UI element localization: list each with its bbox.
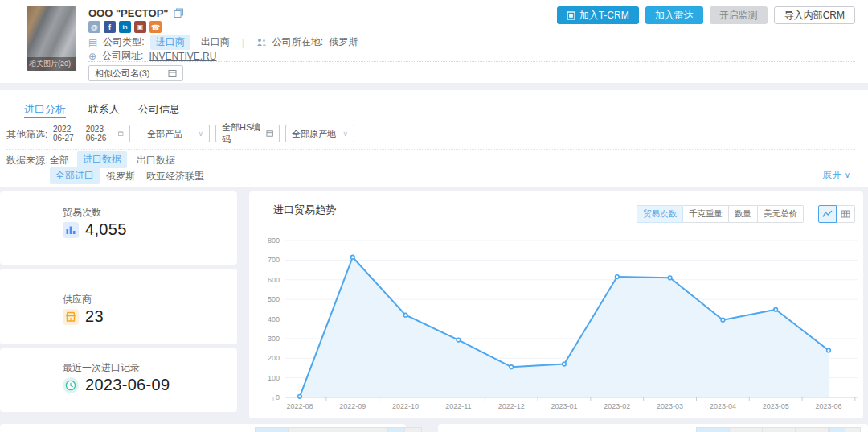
similar-companies-label: 相似公司名(3) xyxy=(95,68,149,80)
related-images-caption: 相关图片(20) xyxy=(27,57,76,71)
source-import-data[interactable]: 进口数据 xyxy=(77,151,127,168)
svg-text:2022-09: 2022-09 xyxy=(339,402,366,410)
stat-label: 贸易次数 xyxy=(63,206,101,220)
location-label: 公司所在地: xyxy=(272,35,323,49)
svg-text:2022-08: 2022-08 xyxy=(286,402,313,410)
instagram-icon[interactable]: ▣ xyxy=(134,21,146,33)
svg-text:700: 700 xyxy=(268,256,280,264)
chart-title: 进口贸易趋势 xyxy=(273,203,336,217)
partial-toggle-group[interactable] xyxy=(255,427,387,432)
active-tab-underline xyxy=(24,117,66,118)
svg-text:500: 500 xyxy=(268,295,280,303)
company-type-icon: ▤ xyxy=(88,37,97,48)
website-link[interactable]: INVENTIVE.RU xyxy=(149,51,216,62)
import-internal-crm-button[interactable]: 导入内部CRM xyxy=(774,6,855,24)
metric-quantity[interactable]: 数量 xyxy=(729,205,758,223)
svg-text:2022-12: 2022-12 xyxy=(498,402,525,410)
panel-icon xyxy=(168,69,177,78)
stat-value: 23 xyxy=(85,307,104,326)
divider: | xyxy=(242,37,244,48)
tcrm-icon xyxy=(567,11,575,20)
stat-value: 4,055 xyxy=(85,220,127,239)
svg-text:2023-02: 2023-02 xyxy=(604,402,630,410)
svg-text:800: 800 xyxy=(268,237,280,245)
partial-card-right xyxy=(438,424,868,432)
facebook-icon[interactable]: f xyxy=(104,21,116,33)
source-all[interactable]: 全部 xyxy=(50,154,69,167)
filter-section: 进口分析 联系人 公司信息 其他筛选: 2022-06-27 2023-06-2… xyxy=(0,90,868,187)
chevron-down-icon: ∨ xyxy=(845,171,850,179)
svg-text:600: 600 xyxy=(268,276,280,284)
exporter-tag[interactable]: 出口商 xyxy=(201,35,230,49)
similar-companies-select[interactable]: 相似公司名(3) xyxy=(88,65,183,81)
calendar-icon xyxy=(118,130,124,138)
svg-text:2023-04: 2023-04 xyxy=(710,402,736,410)
svg-text:100: 100 xyxy=(268,374,280,382)
header-divider xyxy=(88,61,855,62)
panel-icon xyxy=(266,130,273,138)
stat-card-last-import: 最近一次进口记录 2023-06-09 xyxy=(0,348,237,412)
phone-icon[interactable]: ☎ xyxy=(149,21,162,33)
svg-text:400: 400 xyxy=(268,315,280,323)
location-icon xyxy=(256,38,267,47)
svg-text:2023-01: 2023-01 xyxy=(551,402,577,410)
expand-toggle[interactable]: 展开 ∨ xyxy=(822,168,850,182)
line-chart-icon[interactable] xyxy=(818,205,837,223)
scope-russia[interactable]: 俄罗斯 xyxy=(106,170,135,183)
import-trend-card: 进口贸易趋势 贸易次数 千克重量 数量 美元总价 010020030040050… xyxy=(249,191,863,418)
date-range-picker[interactable]: 2022-06-27 2023-06-26 xyxy=(47,125,130,142)
tab-import-analysis[interactable]: 进口分析 xyxy=(24,102,66,117)
scope-eaeu[interactable]: 欧亚经济联盟 xyxy=(146,170,204,183)
company-photo[interactable]: 相关图片(20) xyxy=(27,6,76,71)
svg-text:0: 0 xyxy=(276,393,280,401)
page: 相关图片(20) OOO "PECTOP" @ f in ▣ ☎ ▤ 公司类型:… xyxy=(0,0,868,432)
chevron-down-icon: ∨ xyxy=(342,130,348,138)
copy-icon[interactable] xyxy=(174,8,184,19)
view-toggle-group xyxy=(818,205,855,223)
at-icon[interactable]: @ xyxy=(88,21,100,33)
filter-divider xyxy=(6,149,855,150)
tab-company-info[interactable]: 公司信息 xyxy=(138,102,180,117)
svg-text:300: 300 xyxy=(268,335,280,343)
linkedin-icon[interactable]: in xyxy=(119,21,131,33)
stat-label: 最近一次进口记录 xyxy=(63,361,140,375)
partial-view-group[interactable] xyxy=(829,427,861,432)
add-to-radar-button[interactable]: 加入雷达 xyxy=(645,6,703,24)
bar-chart-icon xyxy=(63,222,79,238)
stat-card-suppliers: 供应商 23 xyxy=(0,269,237,344)
partial-card-left xyxy=(0,424,406,432)
chevron-down-icon: ∨ xyxy=(198,130,203,138)
importer-tag[interactable]: 进口商 xyxy=(150,35,190,50)
shop-icon xyxy=(63,309,79,325)
start-monitoring-button[interactable]: 开启监测 xyxy=(710,6,768,24)
stat-card-trade-count: 贸易次数 4,055 xyxy=(0,191,237,265)
svg-text:2023-03: 2023-03 xyxy=(657,402,683,410)
company-header-card: 相关图片(20) OOO "PECTOP" @ f in ▣ ☎ ▤ 公司类型:… xyxy=(0,0,868,83)
origin-select[interactable]: 全部原产地∨ xyxy=(285,125,354,142)
data-source-label: 数据来源: xyxy=(6,154,47,167)
stat-label: 供应商 xyxy=(63,293,92,307)
svg-text:2023-05: 2023-05 xyxy=(763,402,789,410)
hs-code-select[interactable]: 全部HS编码 xyxy=(215,125,280,142)
location-value: 俄罗斯 xyxy=(329,35,358,49)
scope-all-import[interactable]: 全部进口 xyxy=(50,167,100,184)
metric-usd-total[interactable]: 美元总价 xyxy=(758,205,804,223)
source-export-data[interactable]: 出口数据 xyxy=(137,154,175,167)
clock-icon xyxy=(63,377,79,393)
date-end: 2023-06-26 xyxy=(86,125,113,142)
partial-view-group[interactable] xyxy=(387,427,422,432)
svg-text:2022-10: 2022-10 xyxy=(392,402,419,410)
table-icon[interactable] xyxy=(837,205,855,223)
tab-contacts[interactable]: 联系人 xyxy=(88,102,120,117)
partial-toggle-group[interactable] xyxy=(696,427,829,432)
date-start: 2022-06-27 xyxy=(53,125,80,142)
globe-icon: ⊕ xyxy=(88,51,96,62)
add-to-tcrm-button[interactable]: 加入T-CRM xyxy=(557,6,639,24)
svg-text:2022-11: 2022-11 xyxy=(445,402,471,410)
metric-kg-weight[interactable]: 千克重量 xyxy=(683,205,729,223)
product-select[interactable]: 全部产品∨ xyxy=(141,125,210,142)
trend-line-chart[interactable]: 01002003004005006007008002022-082022-092… xyxy=(256,229,860,413)
svg-text:2023-06: 2023-06 xyxy=(815,402,841,410)
metric-trade-count[interactable]: 贸易次数 xyxy=(637,205,683,223)
svg-text:200: 200 xyxy=(268,354,280,362)
